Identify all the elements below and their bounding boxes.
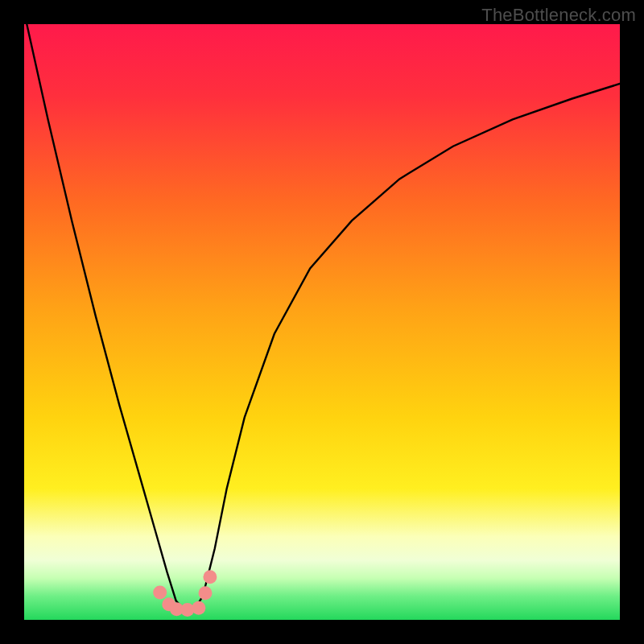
marker-dot bbox=[153, 586, 167, 600]
plot-area bbox=[24, 24, 620, 620]
bottleneck-curve bbox=[24, 24, 620, 610]
marker-dot bbox=[199, 586, 213, 600]
curve-group bbox=[24, 24, 620, 610]
outer-frame: TheBottleneck.com bbox=[0, 0, 644, 644]
chart-svg bbox=[24, 24, 620, 620]
marker-dot bbox=[203, 570, 217, 584]
watermark-text: TheBottleneck.com bbox=[481, 5, 636, 26]
marker-dot bbox=[192, 601, 205, 615]
marker-group bbox=[153, 570, 217, 617]
